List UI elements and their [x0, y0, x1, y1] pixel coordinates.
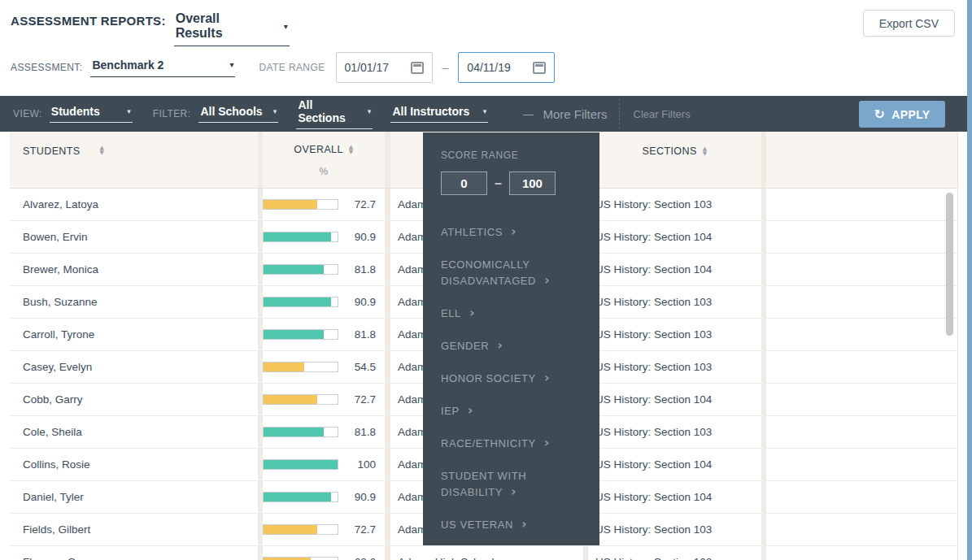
filter-category-item[interactable]: ATHLETICS›: [441, 224, 586, 241]
export-csv-button[interactable]: Export CSV: [863, 10, 955, 37]
student-name-cell: Flowers, Guy: [10, 546, 258, 560]
view-value: Students: [51, 105, 100, 118]
view-dropdown[interactable]: Students ▾: [50, 105, 133, 123]
more-filters-toggle[interactable]: — More Filters: [522, 107, 607, 121]
sort-icon[interactable]: ▲▼: [100, 145, 105, 155]
column-separator: [385, 546, 390, 560]
section-cell: US History: Section 103: [588, 514, 761, 545]
overall-score-cell: 90.9: [263, 286, 385, 318]
report-type-dropdown[interactable]: Overall Results ▾: [174, 11, 290, 46]
overall-score-cell: 63.6: [263, 546, 385, 560]
student-name-cell: Cole, Sheila: [10, 416, 258, 448]
score-min-input[interactable]: 0: [441, 171, 487, 195]
chevron-down-icon: ▾: [273, 107, 277, 115]
report-type-value: Overall Results: [176, 11, 266, 41]
filter-category-item[interactable]: ELL›: [441, 306, 586, 322]
section-cell: US History: Section 104: [588, 221, 761, 253]
filter-category-item[interactable]: US VETERAN›: [441, 517, 586, 533]
filter-category-label: GENDER: [441, 340, 489, 352]
right-edge-panel-strip: [967, 0, 972, 560]
score-bar-track: [263, 492, 338, 502]
score-range-inputs: 0 – 100: [441, 171, 599, 195]
empty-cell: [766, 384, 957, 415]
section-cell: US History: Section 103: [588, 351, 761, 383]
calendar-icon[interactable]: [533, 62, 546, 74]
filter-category-item[interactable]: HONOR SOCIETY›: [441, 371, 586, 387]
section-cell: US History: Section 104: [588, 481, 761, 513]
overall-score-value: 90.9: [355, 231, 376, 243]
date-to-input[interactable]: 04/11/19: [458, 52, 555, 83]
refresh-icon: ↻: [874, 106, 885, 122]
chevron-right-icon: ›: [521, 516, 527, 532]
chevron-right-icon: ›: [497, 337, 503, 353]
chevron-down-icon: ▾: [229, 60, 233, 69]
instructors-filter-dropdown[interactable]: All Instructors ▾: [390, 105, 488, 123]
overall-score-value: 63.6: [355, 556, 376, 560]
column-separator: [385, 319, 390, 350]
overall-score-cell: 54.5: [263, 351, 385, 383]
schools-filter-dropdown[interactable]: All Schools ▾: [198, 105, 278, 123]
filter-category-label: ELL: [441, 307, 461, 319]
sections-column-header[interactable]: SECTIONS ▲▼: [588, 132, 761, 188]
column-separator: [385, 221, 390, 253]
assessment-dropdown[interactable]: Benchmark 2 ▾: [90, 59, 235, 77]
student-name-cell: Cobb, Garry: [10, 384, 258, 415]
empty-column-header: [766, 132, 957, 188]
filter-category-label: IEP: [441, 405, 460, 417]
overall-score-cell: 100: [263, 449, 385, 480]
assessment-label: ASSESSMENT:: [11, 62, 82, 73]
section-cell: US History: Section 103: [588, 319, 761, 350]
empty-cell: [766, 286, 957, 318]
student-name-cell: Carroll, Tyrone: [10, 319, 258, 350]
overall-score-value: 90.9: [355, 296, 376, 308]
overall-column-header[interactable]: OVERALL ▲▼ %: [263, 132, 385, 188]
score-bar-fill: [264, 297, 331, 306]
score-bar-fill: [264, 200, 317, 209]
chevron-right-icon: ›: [544, 370, 550, 385]
clear-filters-button[interactable]: Clear Filters: [634, 108, 691, 120]
vertical-scrollbar-thumb[interactable]: [946, 193, 953, 336]
calendar-icon[interactable]: [411, 62, 424, 74]
students-column-header[interactable]: STUDENTS ▲▼: [10, 132, 258, 188]
date-from-input[interactable]: 01/01/17: [336, 52, 433, 83]
section-cell: US History: Section 102: [588, 546, 761, 560]
overall-header-label: OVERALL: [294, 144, 342, 155]
students-header-label: STUDENTS: [23, 145, 81, 157]
overall-score-value: 81.8: [355, 426, 376, 438]
column-separator: [385, 416, 390, 448]
student-name-cell: Brewer, Monica: [10, 254, 258, 285]
score-max-input[interactable]: 100: [509, 171, 556, 195]
empty-cell: [766, 514, 957, 545]
instructors-filter-value: All Instructors: [392, 105, 469, 118]
report-header: ASSESSMENT REPORTS: Overall Results ▾: [11, 11, 290, 46]
score-bar-track: [263, 264, 338, 275]
chevron-right-icon: ›: [544, 272, 550, 288]
score-range-separator: –: [495, 176, 502, 191]
empty-cell: [766, 481, 957, 513]
chevron-down-icon: ▾: [368, 107, 372, 115]
overall-score-value: 90.9: [355, 491, 376, 503]
sort-icon[interactable]: ▲▼: [703, 146, 708, 156]
score-range-label: SCORE RANGE: [441, 150, 599, 161]
filter-category-item[interactable]: RACE/ETHNICITY›: [441, 436, 586, 452]
minus-icon: —: [522, 107, 534, 120]
filter-category-item[interactable]: STUDENT WITH DISABILITY›: [441, 468, 586, 501]
date-range-label: DATE RANGE: [259, 62, 325, 73]
table-row[interactable]: Flowers, Guy63.6Adams High SchoolUS Hist…: [10, 546, 957, 560]
sections-filter-dropdown[interactable]: All Sections ▾: [296, 98, 373, 129]
filter-category-item[interactable]: GENDER›: [441, 338, 586, 354]
score-bar-fill: [264, 493, 331, 501]
score-bar-fill: [264, 362, 304, 371]
apply-button[interactable]: ↻ APPLY: [859, 101, 945, 128]
chevron-right-icon: ›: [544, 435, 550, 450]
score-bar-fill: [264, 330, 324, 339]
filter-category-item[interactable]: ECONOMICALLY DISADVANTAGED›: [441, 257, 586, 289]
chevron-right-icon: ›: [468, 402, 473, 418]
sort-icon[interactable]: ▲▼: [349, 145, 354, 154]
column-separator: [385, 481, 390, 513]
more-filters-panel: SCORE RANGE 0 – 100 ATHLETICS›ECONOMICAL…: [423, 132, 599, 545]
filter-category-list: ATHLETICS›ECONOMICALLY DISADVANTAGED›ELL…: [441, 224, 599, 533]
score-bar-track: [263, 199, 338, 210]
apply-label: APPLY: [891, 108, 930, 121]
filter-category-item[interactable]: IEP›: [441, 403, 586, 419]
